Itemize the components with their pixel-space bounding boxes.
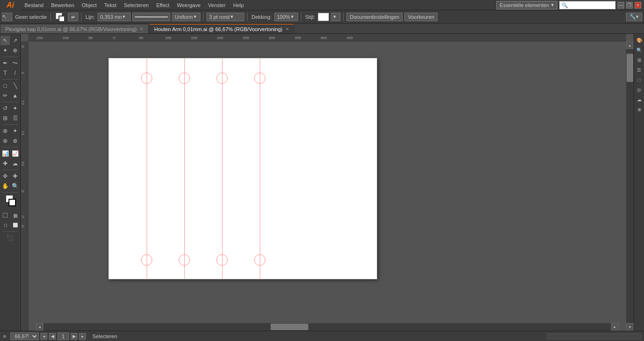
workspace-selector[interactable]: Essentiële elementen ▾ (496, 1, 557, 9)
reflect-tool-button[interactable]: ✦ (10, 104, 20, 113)
right-panel-btn-5[interactable]: □ (635, 75, 644, 84)
tab-houten-arm[interactable]: Houten Arm 0,01mm.ai @ 66,67% (RGB/Voorv… (149, 24, 294, 33)
weight-dropdown[interactable]: 3 pt rond ▾ (206, 13, 244, 21)
hscroll-thumb[interactable] (271, 324, 308, 330)
menu-bewerken[interactable]: Bewerken (47, 0, 78, 10)
menu-selecteren[interactable]: Selecteren (120, 0, 153, 10)
shear-tool-button[interactable]: ☰ (10, 114, 20, 123)
search-input[interactable] (559, 1, 616, 9)
menu-bestand[interactable]: Bestand (21, 0, 47, 10)
symbol-tool-button[interactable]: ✚ (0, 159, 10, 168)
circle-top-4 (254, 73, 265, 84)
right-panel-btn-2[interactable]: 🔍 (635, 46, 644, 54)
draw-inside-button[interactable]: ⬜ (10, 220, 20, 230)
vscroll-down-button[interactable]: ▾ (626, 323, 634, 331)
slice-tool-button[interactable]: ✚ (10, 171, 20, 181)
vscroll-up-button[interactable]: ▴ (626, 41, 634, 49)
doc-settings-button[interactable]: Documentinstellingen (347, 13, 403, 21)
page-number-input[interactable] (58, 333, 69, 340)
toolbar-selection-icon[interactable]: ↖ (2, 13, 12, 21)
menu-venster[interactable]: Venster (204, 0, 229, 10)
menu-help[interactable]: Help (230, 0, 248, 10)
menu-effect[interactable]: Effect (152, 0, 173, 10)
opacity-arrow: ▾ (291, 14, 294, 20)
width-tool-button[interactable]: ✦ (10, 126, 20, 136)
stroke-type-dropdown[interactable]: Uniform ▾ (172, 13, 200, 21)
menu-tekst[interactable]: Tekst (100, 0, 120, 10)
page-prev-button[interactable]: ◂ (41, 333, 47, 340)
minimize-button[interactable]: — (618, 2, 624, 8)
extras-button[interactable]: 🔧▾ (626, 13, 642, 21)
tab-houten-arm-close[interactable]: ✕ (285, 26, 289, 32)
artboard (108, 58, 377, 279)
style-dropdown[interactable]: ▾ (331, 13, 340, 21)
menu-object[interactable]: Object (78, 0, 100, 10)
warp-tool-button[interactable]: ⊕ (0, 126, 10, 136)
stroke-value-dropdown[interactable]: 0,353 mn ▾ (98, 13, 131, 21)
blob-brush-tool-button[interactable]: ▲ (10, 91, 20, 100)
tab-plexiglas[interactable]: Plexiglas kap 0,01mm.ai @ 66,67% (RGB/Vo… (0, 24, 149, 33)
stroke-swatch[interactable] (8, 199, 16, 206)
stroke-color-box[interactable] (58, 16, 65, 22)
tool-pair-mode: ◻ ⬜ (0, 220, 20, 230)
ruler-v-label: 2 (21, 162, 25, 163)
page-next-button[interactable]: ▸ (79, 333, 86, 340)
zoom-tool-button[interactable]: 🔍 (10, 181, 20, 191)
scale-tool-button[interactable]: ⊞ (0, 114, 10, 123)
ruler-v-label: 1 (21, 100, 25, 102)
lasso-tool-button[interactable]: ⊕ (10, 46, 20, 55)
paintbrush-tool-button[interactable]: ✏ (0, 91, 10, 100)
ruler-tick-label: -100 (61, 36, 69, 40)
artboard-tool-button[interactable]: ✜ (0, 171, 10, 181)
draw-normal-button[interactable]: ◻ (0, 220, 10, 230)
hscroll-track[interactable] (43, 323, 611, 331)
free-transform-button[interactable]: ⊕ (0, 136, 10, 146)
direct-selection-tool-button[interactable]: ↗ (10, 36, 20, 45)
hscroll-left-button[interactable]: ◂ (36, 323, 43, 331)
tab-plexiglas-close[interactable]: ✕ (140, 26, 143, 32)
magic-wand-tool-button[interactable]: ✦ (0, 46, 10, 55)
color-picker-area (2, 195, 19, 209)
zoom-selector[interactable]: 66,67% (10, 333, 39, 340)
selection-tool-button[interactable]: ↖ (0, 36, 10, 45)
tool-pair-scale: ⊞ ☰ (0, 114, 20, 123)
page-last-button[interactable]: ▶ (71, 333, 77, 340)
color-none-button[interactable]: □ (0, 211, 10, 220)
ruler-v-label: 1 (21, 131, 25, 133)
right-panel-btn-3[interactable]: ⊞ (635, 56, 644, 64)
hscroll-right-button[interactable]: ▸ (611, 323, 619, 331)
color-gradient-button[interactable]: ▦ (10, 211, 20, 220)
preferences-button[interactable]: Voorkeuren (405, 13, 438, 21)
fill-stroke-toggle[interactable]: ⇄ (68, 13, 78, 21)
opacity-dropdown[interactable]: 100% ▾ (274, 13, 298, 21)
pen-tool-button[interactable]: ✒ (0, 58, 10, 68)
line-tool-button[interactable]: / (10, 68, 20, 78)
stroke-value-arrow: ▾ (123, 14, 125, 20)
data-tool-button[interactable]: 📈 (10, 149, 20, 158)
menu-weergave[interactable]: Weergave (173, 0, 204, 10)
curvature-tool-button[interactable]: 〜 (10, 58, 20, 68)
ruler-tick-label: 50 (139, 36, 143, 40)
canvas-viewport[interactable]: ◂ ▸ (28, 41, 626, 331)
right-panel-btn-8[interactable]: ⊕ (635, 105, 644, 114)
change-screen-mode-button[interactable]: ⬛ (6, 233, 15, 243)
shape-build-button[interactable]: ⊕ (10, 136, 20, 146)
column-graph-button[interactable]: ☁ (10, 159, 20, 168)
vscroll-track[interactable] (626, 49, 634, 323)
toolbar-divider-3 (203, 13, 204, 21)
right-panel-btn-6[interactable]: ◎ (635, 85, 644, 94)
right-panel-btn-1[interactable]: 🎨 (635, 36, 644, 44)
hand-tool-button[interactable]: ✋ (0, 181, 10, 191)
graph-tool-button[interactable]: 📊 (0, 149, 10, 158)
vscroll-thumb[interactable] (627, 54, 633, 82)
rect-tool-button[interactable]: □ (0, 81, 10, 90)
page-first-button[interactable]: ◀ (49, 333, 56, 340)
rotate-tool-button[interactable]: ↺ (0, 104, 10, 113)
close-button[interactable]: ✕ (635, 2, 641, 8)
type-tool-button[interactable]: T (0, 68, 10, 78)
restore-button[interactable]: ❐ (626, 2, 633, 8)
right-panel-btn-7[interactable]: ☁ (635, 95, 644, 104)
canvas-area[interactable]: -150 -100 -50 0 50 100 150 200 250 300 3… (21, 34, 634, 331)
diagonal-tool-button[interactable]: ╲ (10, 81, 20, 90)
right-panel-btn-4[interactable]: ☰ (635, 65, 644, 74)
